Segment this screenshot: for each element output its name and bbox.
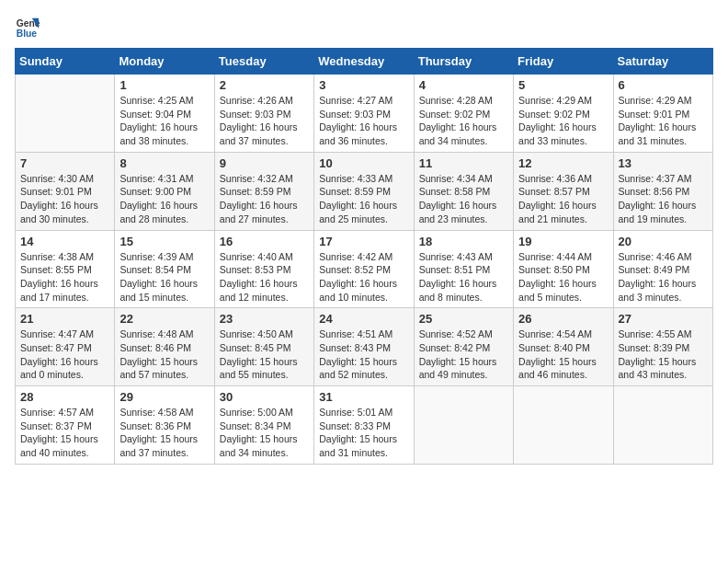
day-number: 29 (119, 390, 209, 404)
day-info: Sunrise: 4:31 AM Sunset: 9:00 PM Dayligh… (119, 172, 209, 226)
day-info: Sunrise: 4:55 AM Sunset: 8:39 PM Dayligh… (619, 327, 708, 382)
day-info: Sunrise: 4:28 AM Sunset: 9:02 PM Dayligh… (419, 94, 508, 148)
calendar-cell: 6Sunrise: 4:29 AM Sunset: 9:01 PM Daylig… (613, 75, 712, 153)
calendar-cell: 10Sunrise: 4:33 AM Sunset: 8:59 PM Dayli… (314, 152, 414, 230)
day-info: Sunrise: 4:43 AM Sunset: 8:51 PM Dayligh… (419, 250, 508, 304)
calendar-cell: 24Sunrise: 4:51 AM Sunset: 8:43 PM Dayli… (314, 308, 414, 386)
day-number: 18 (419, 235, 508, 248)
day-number: 8 (119, 156, 209, 170)
day-info: Sunrise: 5:01 AM Sunset: 8:33 PM Dayligh… (319, 406, 408, 460)
calendar-cell (514, 386, 613, 465)
day-number: 30 (220, 390, 309, 404)
week-row-1: 1Sunrise: 4:25 AM Sunset: 9:04 PM Daylig… (16, 75, 713, 153)
calendar-cell: 8Sunrise: 4:31 AM Sunset: 9:00 PM Daylig… (115, 152, 214, 230)
weekday-header-friday: Friday (514, 49, 613, 75)
calendar-cell: 20Sunrise: 4:46 AM Sunset: 8:49 PM Dayli… (613, 230, 712, 308)
calendar-cell: 9Sunrise: 4:32 AM Sunset: 8:59 PM Daylig… (214, 152, 313, 230)
weekday-header-thursday: Thursday (414, 49, 513, 75)
calendar-cell: 30Sunrise: 5:00 AM Sunset: 8:34 PM Dayli… (214, 386, 313, 465)
logo: General Blue (15, 15, 44, 40)
calendar-cell: 19Sunrise: 4:44 AM Sunset: 8:50 PM Dayli… (514, 230, 613, 308)
svg-text:Blue: Blue (17, 29, 38, 39)
calendar-cell: 14Sunrise: 4:38 AM Sunset: 8:55 PM Dayli… (16, 230, 115, 308)
weekday-header-tuesday: Tuesday (214, 49, 313, 75)
day-info: Sunrise: 4:48 AM Sunset: 8:46 PM Dayligh… (119, 327, 209, 382)
day-number: 5 (518, 78, 608, 92)
calendar-cell: 11Sunrise: 4:34 AM Sunset: 8:58 PM Dayli… (414, 152, 513, 230)
calendar-table: SundayMondayTuesdayWednesdayThursdayFrid… (15, 48, 713, 465)
calendar-cell: 21Sunrise: 4:47 AM Sunset: 8:47 PM Dayli… (16, 308, 115, 386)
day-info: Sunrise: 4:57 AM Sunset: 8:37 PM Dayligh… (20, 406, 109, 460)
day-number: 13 (619, 156, 708, 170)
day-info: Sunrise: 4:51 AM Sunset: 8:43 PM Dayligh… (319, 327, 408, 382)
day-number: 27 (619, 312, 708, 326)
calendar-cell (613, 386, 712, 465)
day-number: 19 (518, 235, 608, 248)
day-number: 28 (20, 390, 109, 404)
calendar-cell (414, 386, 513, 465)
day-info: Sunrise: 4:32 AM Sunset: 8:59 PM Dayligh… (220, 172, 309, 226)
calendar-cell: 3Sunrise: 4:27 AM Sunset: 9:03 PM Daylig… (314, 75, 414, 153)
day-number: 7 (20, 156, 109, 170)
day-info: Sunrise: 4:25 AM Sunset: 9:04 PM Dayligh… (119, 94, 209, 148)
day-number: 17 (319, 235, 408, 248)
calendar-cell: 27Sunrise: 4:55 AM Sunset: 8:39 PM Dayli… (613, 308, 712, 386)
weekday-header-saturday: Saturday (613, 49, 712, 75)
day-number: 14 (20, 235, 109, 248)
day-info: Sunrise: 4:52 AM Sunset: 8:42 PM Dayligh… (419, 327, 508, 382)
logo-icon: General Blue (15, 15, 40, 40)
day-info: Sunrise: 4:58 AM Sunset: 8:36 PM Dayligh… (119, 406, 209, 460)
day-info: Sunrise: 4:27 AM Sunset: 9:03 PM Dayligh… (319, 94, 408, 148)
calendar-cell: 25Sunrise: 4:52 AM Sunset: 8:42 PM Dayli… (414, 308, 513, 386)
calendar-cell: 18Sunrise: 4:43 AM Sunset: 8:51 PM Dayli… (414, 230, 513, 308)
calendar-cell: 2Sunrise: 4:26 AM Sunset: 9:03 PM Daylig… (214, 75, 313, 153)
day-info: Sunrise: 4:39 AM Sunset: 8:54 PM Dayligh… (119, 250, 209, 304)
calendar-cell: 22Sunrise: 4:48 AM Sunset: 8:46 PM Dayli… (115, 308, 214, 386)
calendar-cell: 12Sunrise: 4:36 AM Sunset: 8:57 PM Dayli… (514, 152, 613, 230)
day-info: Sunrise: 4:29 AM Sunset: 9:01 PM Dayligh… (619, 94, 708, 148)
day-info: Sunrise: 4:42 AM Sunset: 8:52 PM Dayligh… (319, 250, 408, 304)
weekday-header-sunday: Sunday (16, 49, 115, 75)
calendar-cell: 17Sunrise: 4:42 AM Sunset: 8:52 PM Dayli… (314, 230, 414, 308)
day-info: Sunrise: 4:46 AM Sunset: 8:49 PM Dayligh… (619, 250, 708, 304)
week-row-2: 7Sunrise: 4:30 AM Sunset: 9:01 PM Daylig… (16, 152, 713, 230)
calendar-cell: 1Sunrise: 4:25 AM Sunset: 9:04 PM Daylig… (115, 75, 214, 153)
day-number: 3 (319, 78, 408, 92)
day-number: 23 (220, 312, 309, 326)
calendar-cell: 26Sunrise: 4:54 AM Sunset: 8:40 PM Dayli… (514, 308, 613, 386)
day-number: 9 (220, 156, 309, 170)
day-info: Sunrise: 4:44 AM Sunset: 8:50 PM Dayligh… (518, 250, 608, 304)
day-info: Sunrise: 4:38 AM Sunset: 8:55 PM Dayligh… (20, 250, 109, 304)
calendar-cell: 7Sunrise: 4:30 AM Sunset: 9:01 PM Daylig… (16, 152, 115, 230)
day-number: 11 (419, 156, 508, 170)
day-info: Sunrise: 4:40 AM Sunset: 8:53 PM Dayligh… (220, 250, 309, 304)
calendar-cell (16, 75, 115, 153)
calendar-cell: 5Sunrise: 4:29 AM Sunset: 9:02 PM Daylig… (514, 75, 613, 153)
day-number: 20 (619, 235, 708, 248)
day-number: 31 (319, 390, 408, 404)
day-info: Sunrise: 4:26 AM Sunset: 9:03 PM Dayligh… (220, 94, 309, 148)
day-number: 10 (319, 156, 408, 170)
calendar-cell: 13Sunrise: 4:37 AM Sunset: 8:56 PM Dayli… (613, 152, 712, 230)
day-number: 22 (119, 312, 209, 326)
day-number: 21 (20, 312, 109, 326)
week-row-5: 28Sunrise: 4:57 AM Sunset: 8:37 PM Dayli… (16, 386, 713, 465)
weekday-header-wednesday: Wednesday (314, 49, 414, 75)
day-number: 12 (518, 156, 608, 170)
day-number: 1 (119, 78, 209, 92)
day-info: Sunrise: 5:00 AM Sunset: 8:34 PM Dayligh… (220, 406, 309, 460)
day-number: 24 (319, 312, 408, 326)
day-info: Sunrise: 4:30 AM Sunset: 9:01 PM Dayligh… (20, 172, 109, 226)
day-number: 16 (220, 235, 309, 248)
day-info: Sunrise: 4:54 AM Sunset: 8:40 PM Dayligh… (518, 327, 608, 382)
day-number: 2 (220, 78, 309, 92)
calendar-cell: 16Sunrise: 4:40 AM Sunset: 8:53 PM Dayli… (214, 230, 313, 308)
day-info: Sunrise: 4:29 AM Sunset: 9:02 PM Dayligh… (518, 94, 608, 148)
day-info: Sunrise: 4:36 AM Sunset: 8:57 PM Dayligh… (518, 172, 608, 226)
calendar-cell: 15Sunrise: 4:39 AM Sunset: 8:54 PM Dayli… (115, 230, 214, 308)
week-row-3: 14Sunrise: 4:38 AM Sunset: 8:55 PM Dayli… (16, 230, 713, 308)
day-info: Sunrise: 4:47 AM Sunset: 8:47 PM Dayligh… (20, 327, 109, 382)
calendar-cell: 4Sunrise: 4:28 AM Sunset: 9:02 PM Daylig… (414, 75, 513, 153)
calendar-cell: 28Sunrise: 4:57 AM Sunset: 8:37 PM Dayli… (16, 386, 115, 465)
day-number: 15 (119, 235, 209, 248)
